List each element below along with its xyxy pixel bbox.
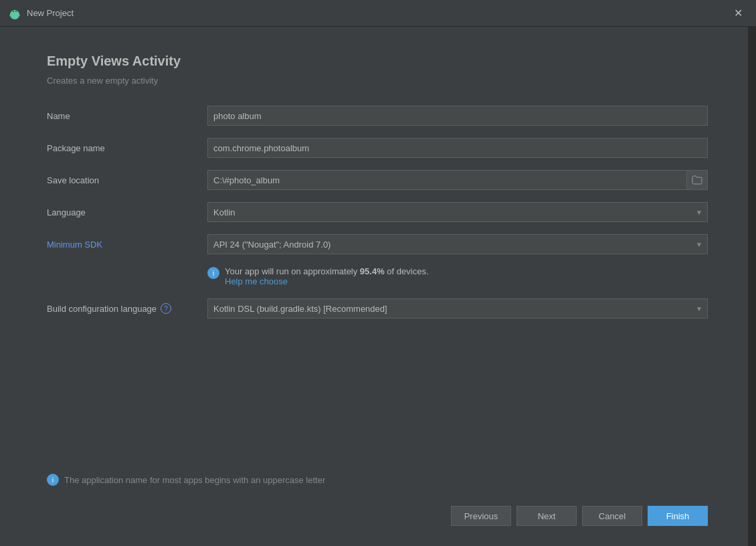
save-location-row: Save location: [47, 170, 708, 190]
title-bar: New Project ✕: [0, 0, 756, 27]
svg-point-4: [15, 11, 17, 12]
cancel-button[interactable]: Cancel: [582, 506, 642, 526]
sdk-info-icon: i: [207, 267, 219, 279]
sdk-info-box: i Your app will run on approximately 95.…: [207, 266, 708, 286]
package-name-row: Package name: [47, 138, 708, 158]
right-side-panel: [748, 27, 756, 546]
package-name-input[interactable]: [207, 138, 708, 158]
previous-button[interactable]: Previous: [451, 506, 511, 526]
minimum-sdk-row: Minimum SDK API 24 ("Nougat"; Android 7.…: [47, 234, 708, 254]
minimum-sdk-label: Minimum SDK: [47, 240, 207, 250]
sdk-coverage-percentage: 95.4%: [360, 266, 385, 276]
name-input[interactable]: [207, 106, 708, 126]
bottom-info-icon: i: [47, 474, 59, 486]
build-config-row: Build configuration language ? Kotlin DS…: [47, 298, 708, 318]
build-config-select[interactable]: Kotlin DSL (build.gradle.kts) [Recommend…: [207, 298, 708, 318]
build-config-help-icon[interactable]: ?: [161, 303, 171, 314]
save-location-input[interactable]: [207, 170, 686, 190]
spacer: [47, 331, 708, 474]
minimum-sdk-select-wrapper: API 24 ("Nougat"; Android 7.0) API 21 AP…: [207, 234, 708, 254]
name-label: Name: [47, 111, 207, 121]
package-name-label: Package name: [47, 143, 207, 153]
form-area: Empty Views Activity Creates a new empty…: [0, 27, 748, 546]
language-row: Language Kotlin Java ▼: [47, 202, 708, 222]
build-config-select-wrapper: Kotlin DSL (build.gradle.kts) [Recommend…: [207, 298, 708, 318]
language-select-wrapper: Kotlin Java ▼: [207, 202, 708, 222]
main-content: Empty Views Activity Creates a new empty…: [0, 27, 756, 546]
finish-button[interactable]: Finish: [648, 506, 708, 526]
bottom-info-box: i The application name for most apps beg…: [47, 474, 708, 486]
sdk-info-suffix: of devices.: [385, 266, 429, 276]
activity-subtitle: Creates a new empty activity: [47, 76, 708, 86]
android-icon: [8, 7, 21, 20]
save-location-label: Save location: [47, 175, 207, 185]
name-row: Name: [47, 106, 708, 126]
svg-point-3: [13, 11, 14, 12]
save-location-input-group: [207, 170, 708, 190]
minimum-sdk-select[interactable]: API 24 ("Nougat"; Android 7.0) API 21 AP…: [207, 234, 708, 254]
new-project-window: New Project ✕ Empty Views Activity Creat…: [0, 0, 756, 546]
window-title: New Project: [27, 8, 729, 18]
language-label: Language: [47, 207, 207, 217]
close-button[interactable]: ✕: [729, 5, 748, 21]
sdk-info-text: Your app will run on approximately 95.4%…: [225, 266, 429, 286]
language-select[interactable]: Kotlin Java: [207, 202, 708, 222]
next-button[interactable]: Next: [516, 506, 577, 526]
build-config-label-group: Build configuration language ?: [47, 303, 207, 314]
help-me-choose-link[interactable]: Help me choose: [225, 276, 288, 286]
build-config-label: Build configuration language: [47, 304, 157, 314]
bottom-info-text: The application name for most apps begin…: [64, 475, 325, 485]
sdk-info-prefix: Your app will run on approximately: [225, 266, 360, 276]
button-row: Previous Next Cancel Finish: [47, 499, 708, 533]
folder-browse-button[interactable]: [686, 170, 708, 190]
activity-title: Empty Views Activity: [47, 54, 708, 69]
